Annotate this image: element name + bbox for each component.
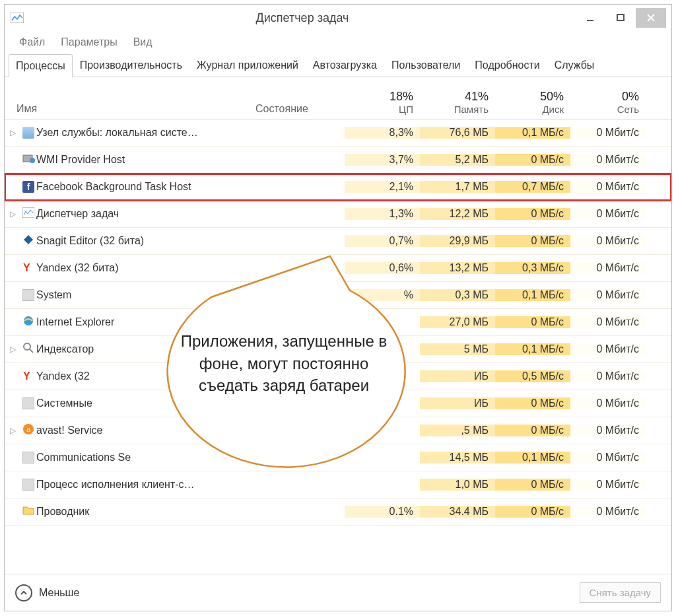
- cpu-cell: 2,1%: [345, 181, 420, 193]
- col-header-name[interactable]: Имя: [5, 103, 255, 115]
- tab-users[interactable]: Пользователи: [384, 53, 467, 77]
- network-cell: 0 Мбит/с: [570, 316, 646, 328]
- svg-rect-2: [617, 15, 624, 20]
- network-cell: 0 Мбит/с: [570, 154, 646, 166]
- gear-icon: [22, 127, 34, 139]
- disk-cell: 0 МБ/с: [495, 208, 570, 220]
- network-cell: 0 Мбит/с: [570, 208, 646, 220]
- svg-marker-8: [24, 235, 33, 244]
- col-header-state[interactable]: Состояние: [255, 103, 345, 115]
- disk-cell: 0 МБ/с: [495, 154, 570, 166]
- disk-cell: 0,3 МБ/с: [495, 262, 570, 274]
- menubar: Файл Параметры Вид: [5, 31, 671, 53]
- network-cell: 0 Мбит/с: [570, 127, 646, 139]
- search-icon: [22, 342, 34, 357]
- cpu-cell: 0,7%: [345, 235, 420, 247]
- memory-cell: 1,7 МБ: [420, 181, 495, 193]
- expand-toggle[interactable]: ▷: [5, 426, 20, 435]
- network-cell: 0 Мбит/с: [570, 343, 646, 355]
- disk-cell: 0 МБ/с: [495, 316, 570, 328]
- process-name: Facebook Background Task Host: [36, 181, 255, 193]
- tab-processes[interactable]: Процессы: [9, 54, 73, 77]
- system-icon: [22, 452, 34, 463]
- col-header-disk[interactable]: 50%Диск: [495, 90, 570, 115]
- tab-details[interactable]: Подробности: [467, 53, 547, 77]
- disk-cell: 0,5 МБ/с: [495, 370, 570, 382]
- fewer-details-button[interactable]: Меньше: [15, 584, 79, 601]
- system-icon: [22, 397, 34, 409]
- menu-file[interactable]: Файл: [11, 34, 53, 51]
- memory-cell: 34.4 МБ: [420, 506, 495, 518]
- expand-toggle[interactable]: ▷: [5, 209, 20, 219]
- tab-app-history[interactable]: Журнал приложений: [189, 53, 306, 77]
- disk-cell: 0,1 МБ/с: [495, 452, 570, 463]
- table-row[interactable]: fFacebook Background Task Host2,1%1,7 МБ…: [5, 174, 671, 201]
- page-title: Диспетчер задач: [30, 11, 575, 25]
- disk-cell: 0 МБ/с: [495, 506, 570, 518]
- folder-icon: [22, 505, 34, 518]
- cpu-cell: 1,3%: [345, 208, 420, 220]
- end-task-button[interactable]: Снять задачу: [580, 582, 661, 603]
- svg-text:a: a: [26, 425, 31, 433]
- network-cell: 0 Мбит/с: [570, 452, 646, 463]
- expand-toggle[interactable]: ▷: [5, 345, 20, 354]
- process-name: Snagit Editor (32 бита): [36, 235, 255, 247]
- snagit-icon: [22, 234, 34, 248]
- network-cell: 0 Мбит/с: [570, 370, 646, 382]
- table-row[interactable]: WMI Provider Host3,7%5,2 МБ0 МБ/с0 Мбит/…: [5, 147, 671, 174]
- memory-cell: 76,6 МБ: [420, 127, 495, 139]
- table-row[interactable]: Проводник0.1%34.4 МБ0 МБ/с0 Мбит/с: [5, 498, 671, 526]
- svg-point-6: [30, 158, 35, 163]
- tab-services[interactable]: Службы: [547, 53, 602, 77]
- disk-cell: 0,1 МБ/с: [495, 343, 570, 355]
- memory-cell: 12,2 МБ: [420, 208, 495, 220]
- taskmgr-icon: [22, 207, 34, 221]
- tabs: Процессы Производительность Журнал прило…: [5, 53, 671, 77]
- process-name: Проводник: [36, 506, 255, 518]
- annotation-callout: Приложения, запущенные в фоне, могут пос…: [132, 251, 436, 489]
- table-row[interactable]: ▷Диспетчер задач1,3%12,2 МБ0 МБ/с0 Мбит/…: [5, 201, 671, 228]
- col-header-memory[interactable]: 41%Память: [420, 90, 495, 115]
- network-cell: 0 Мбит/с: [570, 506, 646, 518]
- maximize-button[interactable]: [605, 8, 636, 28]
- system-icon: [22, 289, 34, 301]
- process-name: Узел службы: локальная систе…: [36, 127, 255, 139]
- chevron-up-icon: [15, 584, 32, 601]
- wmi-icon: [22, 153, 35, 167]
- footer: Меньше Снять задачу: [5, 574, 671, 611]
- col-header-network[interactable]: 0%Сеть: [570, 90, 646, 115]
- menu-view[interactable]: Вид: [125, 34, 160, 51]
- cpu-cell: 0.1%: [345, 506, 420, 518]
- column-headers[interactable]: Имя Состояние 18%ЦП 41%Память 50%Диск 0%…: [5, 77, 671, 120]
- network-cell: 0 Мбит/с: [570, 235, 646, 247]
- disk-cell: 0,7 МБ/с: [495, 181, 570, 193]
- titlebar[interactable]: Диспетчер задач: [5, 5, 671, 31]
- yandex-icon: Y: [23, 370, 34, 382]
- network-cell: 0 Мбит/с: [570, 262, 646, 274]
- col-header-cpu[interactable]: 18%ЦП: [345, 90, 420, 115]
- window-controls: [575, 8, 666, 28]
- ie-icon: [22, 315, 34, 329]
- disk-cell: 0 МБ/с: [495, 425, 570, 436]
- process-name: Диспетчер задач: [36, 208, 255, 220]
- disk-cell: 0 МБ/с: [495, 235, 570, 247]
- cpu-cell: 8,3%: [345, 127, 420, 139]
- close-button[interactable]: [636, 8, 666, 28]
- minimize-button[interactable]: [575, 8, 605, 28]
- disk-cell: 0 МБ/с: [495, 397, 570, 409]
- disk-cell: 0 МБ/с: [495, 479, 570, 491]
- network-cell: 0 Мбит/с: [570, 397, 646, 409]
- disk-cell: 0,1 МБ/с: [495, 289, 570, 301]
- avast-icon: a: [22, 423, 34, 438]
- app-icon: [10, 11, 24, 25]
- network-cell: 0 Мбит/с: [570, 479, 646, 491]
- tab-startup[interactable]: Автозагрузка: [306, 53, 384, 77]
- tab-performance[interactable]: Производительность: [73, 53, 189, 77]
- yandex-icon: Y: [23, 262, 34, 274]
- network-cell: 0 Мбит/с: [570, 425, 646, 436]
- table-row[interactable]: ▷Узел службы: локальная систе…8,3%76,6 М…: [5, 120, 671, 147]
- menu-options[interactable]: Параметры: [53, 34, 125, 51]
- memory-cell: 29,9 МБ: [420, 235, 495, 247]
- svg-line-11: [30, 349, 33, 353]
- expand-toggle[interactable]: ▷: [5, 128, 20, 137]
